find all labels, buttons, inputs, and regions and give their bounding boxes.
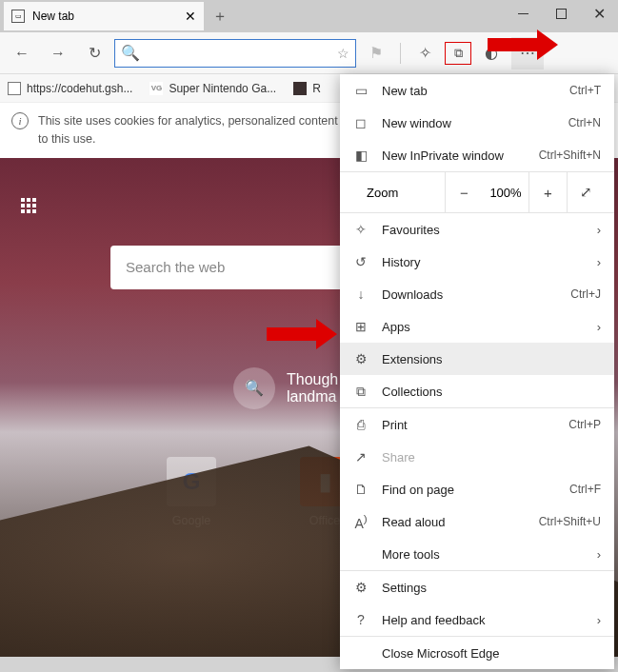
find-icon: 🗋 [353,482,369,497]
bookmark-label: R [312,82,321,95]
window-icon: ◻ [353,115,369,130]
new-tab-button[interactable]: ＋ [206,2,234,30]
tab-strip: ▭ New tab ✕ ＋ [0,0,234,30]
chevron-right-icon: › [597,223,601,237]
download-icon: ↓ [353,287,369,302]
bookmark-item[interactable]: https://codehut.gsh... [8,82,132,95]
separator [400,43,401,64]
forward-button[interactable]: → [42,37,74,69]
chevron-right-icon: › [597,255,601,269]
bookmark-label: Super Nintendo Ga... [169,82,276,95]
star-icon: ✧ [353,222,369,237]
annotation-arrow [488,38,537,51]
tab-favicon-icon: ▭ [11,10,25,23]
search-placeholder: Search the web [126,259,225,275]
menu-settings[interactable]: ⚙ Settings [340,571,614,603]
zoom-out-button[interactable]: − [445,172,483,212]
collections-icon[interactable]: ⧉ [445,42,471,65]
bookmark-label: https://codehut.gsh... [27,82,132,95]
menu-apps[interactable]: ⊞ Apps › [340,310,614,343]
print-icon: ⎙ [353,417,369,432]
extensions-icon: ⚙ [353,351,369,366]
feed-text: Though landma [287,371,338,405]
collections-icon: ⧉ [353,384,369,400]
browser-window: ▭ New tab ✕ ＋ ✕ ← → ↻ 🔍 ☆ ⚑ ✧ ⧉ ◐ ⋯ [0,0,618,672]
chevron-right-icon: › [597,547,601,562]
read-aloud-icon: A) [353,512,369,531]
feed-widget[interactable]: 🔍 Though landma [233,367,338,409]
menu-extensions[interactable]: ⚙ Extensions [340,343,614,375]
address-input[interactable] [146,46,331,60]
menu-zoom: Zoom − 100% + ⤢ [340,172,614,212]
quick-link-google[interactable]: G Google [166,457,217,527]
reading-view-icon[interactable]: ⚑ [360,37,392,69]
menu-inprivate[interactable]: ◧ New InPrivate window Ctrl+Shift+N [340,139,614,171]
menu-share: ↗ Share [340,441,614,473]
magnify-icon: 🔍 [233,367,275,409]
title-bar: ▭ New tab ✕ ＋ ✕ [0,0,618,32]
refresh-button[interactable]: ↻ [78,37,110,69]
gear-icon: ⚙ [353,580,369,595]
menu-history[interactable]: ↺ History › [340,246,614,278]
zoom-in-button[interactable]: + [528,172,567,212]
tile-label: Office [309,514,340,527]
window-icon: ▭ [353,83,369,98]
favourites-hub-icon[interactable]: ✧ [409,37,441,69]
site-icon: VG [150,82,163,95]
menu-more-tools[interactable]: More tools › [340,538,614,570]
favourite-icon[interactable]: ☆ [337,46,349,61]
help-icon: ? [353,612,369,627]
menu-collections[interactable]: ⧉ Collections [340,375,614,407]
bookmark-item[interactable]: R [293,82,321,95]
zoom-value: 100% [483,186,528,200]
tab-active[interactable]: ▭ New tab ✕ [4,2,204,30]
history-icon: ↺ [353,254,369,269]
menu-find[interactable]: 🗋 Find on page Ctrl+F [340,473,614,505]
zoom-label: Zoom [340,186,445,200]
search-icon: 🔍 [121,44,140,62]
apps-icon: ⊞ [353,319,369,334]
menu-print[interactable]: ⎙ Print Ctrl+P [340,408,614,441]
apps-grid-icon[interactable] [21,198,38,215]
more-menu: ▭ New tab Ctrl+T ◻ New window Ctrl+N ◧ N… [340,74,614,669]
minimize-button[interactable] [504,0,542,27]
banner-text: This site uses cookies for analytics, pe… [38,112,354,148]
menu-read-aloud[interactable]: A) Read aloud Ctrl+Shift+U [340,505,614,538]
menu-close-edge[interactable]: Close Microsoft Edge [340,637,614,669]
tab-close-icon[interactable]: ✕ [185,9,196,24]
page-icon [8,82,21,95]
maximize-button[interactable] [542,0,580,27]
tile-label: Google [172,514,210,527]
close-window-button[interactable]: ✕ [580,0,618,27]
address-bar[interactable]: 🔍 ☆ [114,39,356,68]
back-button[interactable]: ← [6,37,38,69]
quick-links: G Google ▮ Office [166,457,350,527]
fullscreen-button[interactable]: ⤢ [567,172,605,212]
bookmark-item[interactable]: VG Super Nintendo Ga... [150,82,276,95]
google-icon: G [167,457,216,506]
menu-downloads[interactable]: ↓ Downloads Ctrl+J [340,278,614,310]
chevron-right-icon: › [597,320,601,334]
share-icon: ↗ [353,449,369,464]
window-controls: ✕ [504,0,618,27]
menu-help[interactable]: ? Help and feedback › [340,603,614,636]
chevron-right-icon: › [597,613,601,627]
menu-new-tab[interactable]: ▭ New tab Ctrl+T [340,74,614,107]
menu-favourites[interactable]: ✧ Favourites › [340,213,614,246]
inprivate-icon: ◧ [353,148,369,163]
menu-new-window[interactable]: ◻ New window Ctrl+N [340,107,614,139]
site-icon [293,82,307,95]
info-icon: i [11,112,29,129]
annotation-arrow [267,327,316,341]
tab-title: New tab [32,10,74,23]
